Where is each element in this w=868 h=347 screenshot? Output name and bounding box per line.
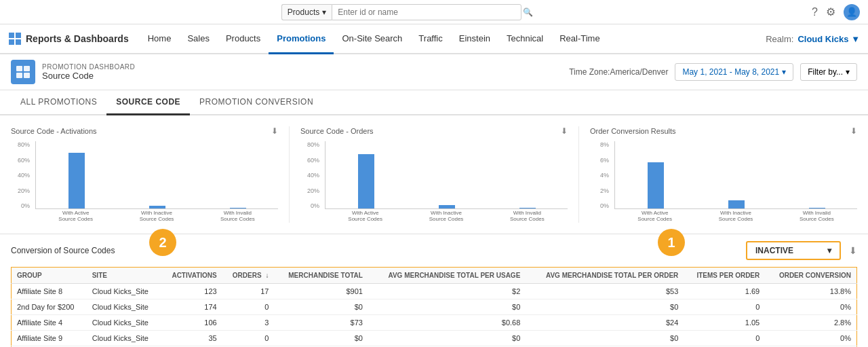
data-table-wrapper: GROUP SITE ACTIVATIONS ORDERS ↓ MERCHAND… [0, 267, 868, 347]
tab-promotion-conversion[interactable]: PROMOTION CONVERSION [190, 90, 323, 115]
bar-inactive-activations [149, 206, 165, 208]
table-header: GROUP SITE ACTIVATIONS ORDERS ↓ MERCHAND… [12, 268, 857, 284]
conversion-title: Conversion of Source Codes [11, 246, 115, 255]
nav-item-technical[interactable]: Technical [498, 24, 551, 54]
col-order-conversion: ORDER CONVERSION [765, 268, 856, 284]
cell-avg-merch-usage: $0 [368, 331, 526, 346]
cell-merch-total: $73 [274, 315, 368, 331]
bar-invalid-activations [230, 208, 246, 208]
search-icon[interactable]: 🔍 [523, 7, 533, 17]
cell-orders: 17 [222, 284, 275, 299]
chart-3-title: Order Conversion Results ⬇ [590, 126, 857, 136]
chart-2-x-labels: With ActiveSource Codes With InactiveSou… [325, 210, 568, 223]
cell-site: Cloud Kicks_Site [87, 315, 161, 331]
filter-button[interactable]: Filter by... ▾ [800, 63, 857, 81]
chart-1-area: 80% 60% 40% 20% 0% With ActiveSource Cod… [11, 141, 278, 223]
chart-2-title: Source Code - Orders ⬇ [300, 126, 568, 136]
chart-3-bars [614, 141, 857, 209]
col-merch-total: MERCHANDISE TOTAL [274, 268, 368, 284]
nav-item-einstein[interactable]: Einstein [451, 24, 498, 54]
nav-item-realtime[interactable]: Real-Time [551, 24, 608, 54]
sub-header-right: Time Zone:America/Denver May 1, 2021 - M… [569, 63, 857, 81]
main-nav: Reports & Dashboards Home Sales Products… [0, 24, 868, 54]
search-container: Products ▾ 🔍 [8, 4, 806, 20]
conversion-table: GROUP SITE ACTIVATIONS ORDERS ↓ MERCHAND… [11, 267, 857, 347]
timezone-label: Time Zone:America/Denver [569, 67, 668, 77]
chart-2-bars [325, 141, 568, 209]
date-range-button[interactable]: May 1, 2021 - May 8, 2021 ▾ [675, 63, 793, 81]
chart-2-bar-invalid [492, 208, 562, 208]
col-avg-merch-order: AVG MERCHANDISE TOTAL PER ORDER [526, 268, 684, 284]
cell-avg-merch-order: $0 [526, 299, 684, 315]
bar-inactive-orders [439, 205, 455, 208]
user-avatar[interactable]: 👤 [844, 4, 860, 20]
bar-inactive-conversion [728, 200, 745, 208]
cell-avg-merch-order: $53 [526, 284, 684, 299]
svg-rect-2 [9, 39, 14, 45]
cell-group: Affiliate Site 4 [12, 315, 87, 331]
sub-header: PROMOTION DASHBOARD Source Code Time Zon… [0, 54, 868, 90]
cell-site: Cloud Kicks_Site [87, 331, 161, 346]
cell-group: Affiliate Site 9 [12, 331, 87, 346]
chart-1-title: Source Code - Activations ⬇ [11, 126, 278, 136]
chart-3-y-axis: 8% 6% 4% 2% 0% [590, 141, 612, 209]
chart-1-download-icon[interactable]: ⬇ [271, 126, 278, 136]
tab-all-promotions[interactable]: ALL PROMOTIONS [11, 90, 106, 115]
bar-invalid-orders [519, 208, 536, 208]
cell-merch-total: $901 [274, 284, 368, 299]
col-activations: ACTIVATIONS [161, 268, 222, 284]
cell-avg-merch-usage: $0.68 [368, 315, 526, 331]
settings-icon[interactable]: ⚙ [826, 5, 835, 18]
sub-header-text: PROMOTION DASHBOARD Source Code [42, 63, 135, 81]
nav-item-sales[interactable]: Sales [179, 24, 218, 54]
status-dropdown[interactable]: INACTIVE ▾ [746, 241, 841, 260]
cell-items-per-order: 1.05 [684, 315, 765, 331]
cell-activations: 174 [161, 299, 222, 315]
chart-orders: Source Code - Orders ⬇ 80% 60% 40% 20% 0… [290, 126, 579, 223]
chart-3-download-icon[interactable]: ⬇ [850, 126, 857, 136]
product-dropdown[interactable]: Products ▾ [281, 4, 332, 20]
col-avg-merch-usage: AVG MERCHANDISE TOTAL PER USAGE [368, 268, 526, 284]
chart-2-download-icon[interactable]: ⬇ [561, 126, 568, 136]
search-input[interactable] [332, 4, 521, 20]
dropdown-arrow-icon: ▾ [322, 7, 326, 17]
status-dropdown-arrow-icon: ▾ [827, 246, 831, 255]
realm-label: Realm: [766, 34, 793, 44]
cell-site: Cloud Kicks_Site [87, 299, 161, 315]
dashboard-icon [11, 60, 35, 84]
chart-3-bar-active [620, 162, 690, 208]
col-orders[interactable]: ORDERS ↓ [222, 268, 275, 284]
tabs-bar: ALL PROMOTIONS SOURCE CODE PROMOTION CON… [0, 90, 868, 115]
cell-merch-total: $0 [274, 331, 368, 346]
conversion-download-icon[interactable]: ⬇ [849, 245, 857, 256]
bar-active-conversion [648, 162, 664, 208]
cell-order-conversion: 2.8% [765, 315, 856, 331]
col-group: GROUP [12, 268, 87, 284]
chart-1-x-labels: With ActiveSource Codes With InactiveSou… [35, 210, 278, 223]
svg-rect-0 [9, 33, 14, 38]
chart-2-bar-inactive [412, 205, 481, 208]
realm-value[interactable]: Cloud Kicks ▼ [797, 34, 860, 44]
chart-3-area: 8% 6% 4% 2% 0% With ActiveSource Codes [590, 141, 857, 223]
tab-source-code[interactable]: SOURCE CODE [106, 90, 190, 115]
nav-item-home[interactable]: Home [140, 24, 180, 54]
help-icon[interactable]: ? [812, 6, 818, 18]
cell-avg-merch-order: $24 [526, 315, 684, 331]
nav-item-traffic[interactable]: Traffic [410, 24, 450, 54]
charts-section: Source Code - Activations ⬇ 80% 60% 40% … [0, 115, 868, 234]
cell-orders: 0 [222, 331, 275, 346]
cell-items-per-order: 0 [684, 331, 765, 346]
cell-items-per-order: 1.69 [684, 284, 765, 299]
chart-2-bar-active [331, 154, 401, 208]
svg-rect-7 [24, 73, 30, 78]
badge-2: 2 [149, 229, 176, 256]
cell-avg-merch-usage: $0 [368, 299, 526, 315]
svg-rect-3 [16, 39, 21, 45]
nav-item-products[interactable]: Products [218, 24, 269, 54]
svg-rect-5 [24, 66, 30, 71]
top-bar-icons: ? ⚙ 👤 [812, 4, 860, 20]
nav-item-onsite-search[interactable]: On-Site Search [334, 24, 410, 54]
nav-item-promotions[interactable]: Promotions [269, 24, 334, 54]
chart-3-x-labels: With ActiveSource Codes With InactiveSou… [614, 210, 857, 223]
chart-order-conversion: Order Conversion Results ⬇ 8% 6% 4% 2% 0… [579, 126, 857, 223]
